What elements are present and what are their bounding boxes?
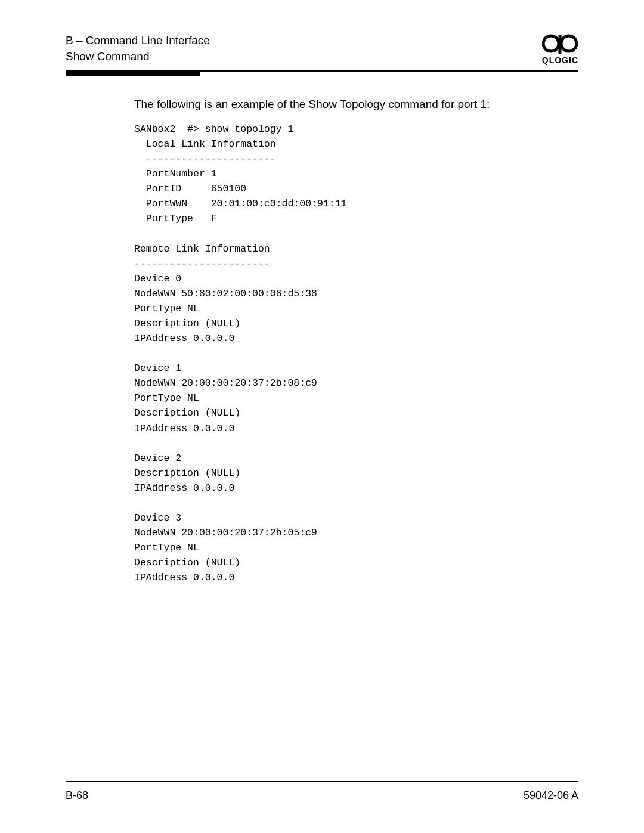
header-left-block: B – Command Line Interface Show Command [66,33,210,64]
code-block: SANbox2 #> show topology 1 Local Link In… [134,122,578,585]
intro-text: The following is an example of the Show … [134,98,578,111]
doc-id: 59042-06 A [524,789,578,802]
header-black-bar [66,72,200,76]
logo-text: QLOGIC [542,55,578,65]
header-right-block: QLOGIC [542,33,578,65]
qlogic-logo-icon [542,33,578,54]
header-title-line1: B – Command Line Interface [66,33,210,49]
page-header: B – Command Line Interface Show Command … [66,33,578,65]
header-title-line2: Show Command [66,49,210,65]
page-number: B-68 [66,789,88,802]
page-container: B – Command Line Interface Show Command … [0,0,644,833]
svg-point-0 [543,36,559,51]
footer-rule [66,781,578,782]
svg-point-1 [561,36,577,51]
page-footer: B-68 59042-06 A [66,789,578,802]
